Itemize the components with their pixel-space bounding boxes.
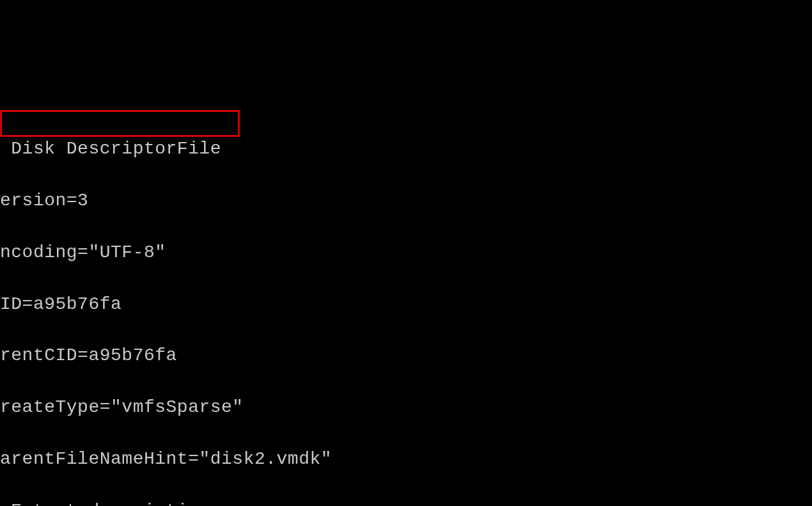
terminal-line: reateType="vmfsSparse" [0, 395, 812, 420]
terminal-line: arentFileNameHint="disk2.vmdk" [0, 447, 812, 472]
terminal-line-highlighted: rentCID=a95b76fa [0, 343, 812, 368]
terminal-line: ID=a95b76fa [0, 292, 812, 317]
terminal-line: Extent description [0, 498, 812, 506]
terminal-line: ersion=3 [0, 188, 812, 214]
terminal-output: Disk DescriptorFile ersion=3 ncoding="UT… [0, 110, 812, 506]
terminal-line: ncoding="UTF-8" [0, 240, 812, 265]
terminal-line: Disk DescriptorFile [0, 136, 812, 162]
